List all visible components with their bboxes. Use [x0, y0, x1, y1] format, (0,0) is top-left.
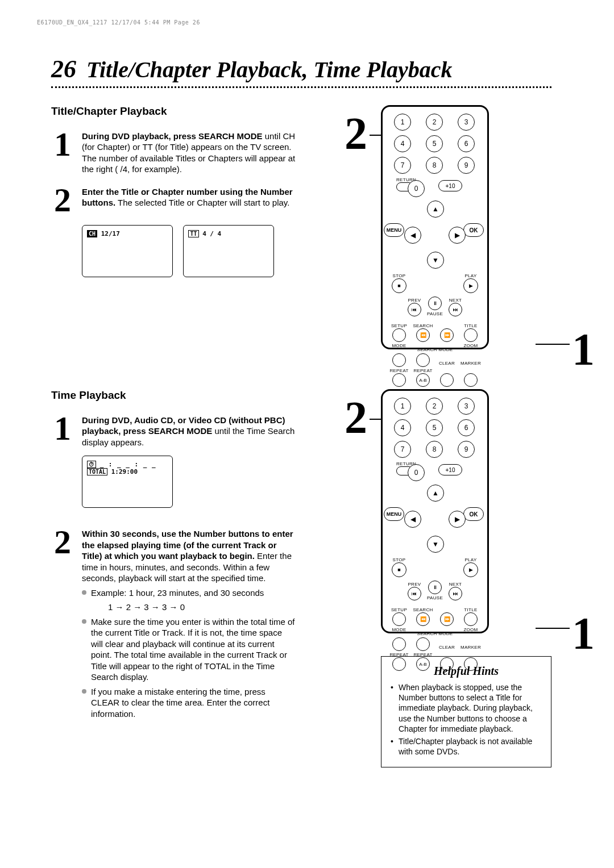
play-label-b: PLAY: [464, 557, 476, 562]
num-0-b[interactable]: 0: [408, 464, 425, 481]
num-8-b[interactable]: 8: [426, 441, 443, 458]
search-rew-button[interactable]: ⏪: [416, 328, 430, 342]
remote-body: 1 2 3 4 5 6 7 8 9 RETURN 0 +10: [381, 105, 489, 349]
pause-label: PAUSE: [427, 311, 443, 316]
osd-total-value: 1:29:00: [111, 468, 138, 475]
num-2[interactable]: 2: [426, 114, 443, 131]
remote-diagram-1: 2 1 1 2 3 4 5 6 7 8 9 RETURN: [381, 105, 551, 355]
step-a2: 2 Enter the Title or Chapter number usin…: [51, 183, 296, 217]
step-number-1: 1: [51, 127, 74, 175]
title-label: TITLE: [464, 323, 477, 328]
menu-button[interactable]: MENU: [384, 223, 404, 237]
zoom-label-b: ZOOM: [463, 627, 478, 632]
osd-ch-box: CH 12/17: [82, 225, 173, 277]
marker-label: MARKER: [460, 361, 481, 366]
play-button[interactable]: ▶: [463, 278, 478, 293]
prev-button-b[interactable]: ⏮: [408, 587, 421, 600]
pause-button-b[interactable]: ⏸: [428, 581, 442, 594]
pause-button[interactable]: ⏸: [428, 297, 442, 310]
next-button-b[interactable]: ⏭: [449, 587, 462, 600]
num-6[interactable]: 6: [458, 135, 475, 152]
callout-line-1a: [536, 344, 570, 345]
clock-icon: ⏱: [87, 461, 96, 468]
plus-10-b[interactable]: +10: [438, 464, 462, 475]
right-button-b[interactable]: ▶: [449, 511, 466, 528]
num-3-b[interactable]: 3: [458, 398, 475, 415]
num-8[interactable]: 8: [426, 157, 443, 174]
clear-button[interactable]: [440, 373, 454, 387]
mode-button-b[interactable]: [392, 637, 406, 651]
num-7[interactable]: 7: [394, 157, 411, 174]
repeat-ab-label: REPEAT: [413, 368, 432, 373]
callout-2-upper: 2: [345, 111, 367, 156]
ok-button-b[interactable]: OK: [463, 507, 484, 521]
prev-button[interactable]: ⏮: [408, 303, 421, 316]
num-9-b[interactable]: 9: [458, 441, 475, 458]
callout-1-upper: 1: [572, 327, 595, 372]
num-9[interactable]: 9: [458, 157, 475, 174]
step-number-1b: 1: [51, 411, 74, 448]
menu-button-b[interactable]: MENU: [384, 507, 404, 521]
right-button[interactable]: ▶: [449, 227, 466, 244]
prev-label: PREV: [408, 298, 421, 303]
num-6-b[interactable]: 6: [458, 419, 475, 436]
setup-button[interactable]: [392, 328, 406, 342]
step-a1-bold: During DVD playback, press SEARCH MODE: [82, 131, 263, 141]
num-7-b[interactable]: 7: [394, 441, 411, 458]
stop-button-b[interactable]: ■: [392, 562, 406, 577]
page-content: 26 Title/Chapter Playback, Time Playback…: [51, 57, 551, 767]
page-number: 26: [51, 57, 76, 82]
num-5[interactable]: 5: [426, 135, 443, 152]
plus-10[interactable]: +10: [438, 180, 462, 191]
next-button[interactable]: ⏭: [449, 303, 462, 316]
zoom-ctrl-button-b[interactable]: [416, 637, 430, 651]
num-3[interactable]: 3: [458, 114, 475, 131]
clear-label-b: CLEAR: [439, 645, 455, 650]
play-button-b[interactable]: ▶: [463, 562, 478, 577]
left-button-b[interactable]: ◀: [404, 511, 421, 528]
osd-time-row: ⏱ _ : _ _ : _ _ TOTAL 1:29:00: [51, 456, 296, 508]
stop-button[interactable]: ■: [392, 278, 406, 293]
mode-label: MODE: [392, 343, 406, 348]
ok-button[interactable]: OK: [463, 223, 484, 237]
callout-line-1b: [536, 628, 570, 629]
up-button-b[interactable]: ▲: [427, 485, 444, 502]
next-label-b: NEXT: [449, 582, 462, 587]
marker-button[interactable]: [464, 373, 478, 387]
down-button[interactable]: ▼: [427, 252, 444, 269]
title-button-b[interactable]: [464, 612, 478, 626]
callout-1-lower: 1: [572, 611, 595, 656]
num-1-b[interactable]: 1: [394, 398, 411, 415]
num-4-b[interactable]: 4: [394, 419, 411, 436]
num-2-b[interactable]: 2: [426, 398, 443, 415]
search-fwd-button[interactable]: ⏩: [440, 328, 454, 342]
callout-2-lower: 2: [345, 395, 367, 440]
num-5-b[interactable]: 5: [426, 419, 443, 436]
repeat-button[interactable]: [392, 373, 406, 387]
clear-label: CLEAR: [439, 361, 455, 366]
left-column: Title/Chapter Playback 1 During DVD play…: [51, 105, 296, 277]
num-0[interactable]: 0: [408, 180, 425, 197]
search-fwd-button-b[interactable]: ⏩: [440, 612, 454, 626]
num-4[interactable]: 4: [394, 135, 411, 152]
search-rew-button-b[interactable]: ⏪: [416, 612, 430, 626]
setup-button-b[interactable]: [392, 612, 406, 626]
osd-tt-value: 4 / 4: [202, 230, 221, 237]
zoom-ctrl-button[interactable]: [416, 353, 430, 367]
num-1[interactable]: 1: [394, 114, 411, 131]
remote-body-2: 1 2 3 4 5 6 7 8 9 RETURN 0 +10: [381, 389, 489, 633]
down-button-b[interactable]: ▼: [427, 536, 444, 553]
repeat-ab-button[interactable]: A-B: [416, 373, 430, 387]
prev-label-b: PREV: [408, 582, 421, 587]
step-number-2: 2: [51, 183, 74, 217]
step-b2: 2 Within 30 seconds, use the Number butt…: [51, 525, 296, 723]
hint-2: Title/Chapter playback is not available …: [391, 736, 542, 757]
step-b1: 1 During DVD, Audio CD, or Video CD (wit…: [51, 411, 296, 448]
title-button[interactable]: [464, 328, 478, 342]
left-button[interactable]: ◀: [404, 227, 421, 244]
up-button[interactable]: ▲: [427, 201, 444, 218]
zoom-label: ZOOM: [463, 343, 478, 348]
pause-label-b: PAUSE: [427, 595, 443, 600]
mode-button[interactable]: [392, 353, 406, 367]
search-label-b: SEARCH: [413, 607, 433, 612]
